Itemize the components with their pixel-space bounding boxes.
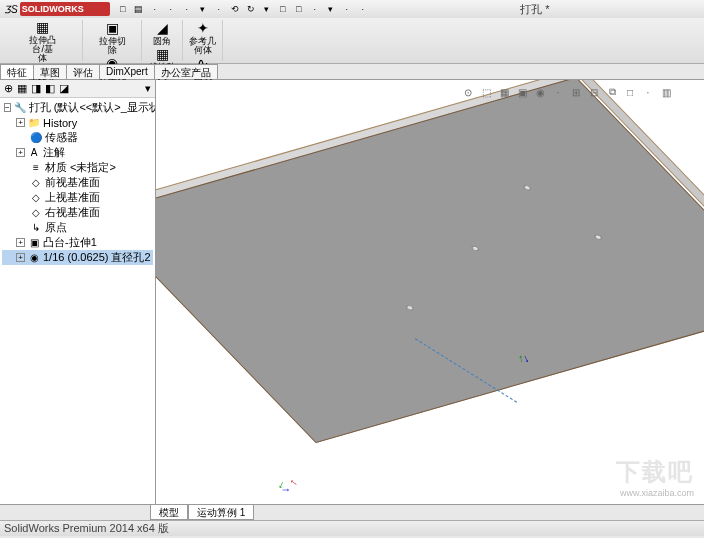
- ribbon-label: 拉伸凸台/基体: [29, 36, 56, 63]
- qat-button[interactable]: ·: [340, 2, 354, 16]
- qat-button[interactable]: ▾: [324, 2, 338, 16]
- qat-button[interactable]: ▾: [196, 2, 210, 16]
- view-tool-button[interactable]: ⧉: [604, 84, 620, 100]
- expand-icon[interactable]: +: [16, 118, 25, 127]
- view-tool-button[interactable]: ⬚: [478, 84, 494, 100]
- part-body[interactable]: [156, 80, 704, 443]
- ribbon-tab[interactable]: 评估: [66, 64, 100, 79]
- panel-icon[interactable]: ▦: [17, 82, 27, 95]
- qat-button[interactable]: □: [276, 2, 290, 16]
- ribbon-tab[interactable]: 办公室产品: [154, 64, 218, 79]
- ribbon-icon: ▣: [106, 20, 119, 36]
- main-area: ⊕▦◨◧◪▾ −🔧打孔 (默认<<默认>_显示状态+📁History🔵传感器+A…: [0, 80, 704, 504]
- qat-button[interactable]: ↻: [244, 2, 258, 16]
- expand-icon[interactable]: +: [16, 148, 25, 157]
- tree-item[interactable]: ↳原点: [2, 220, 153, 235]
- tree-item-icon: 📁: [28, 117, 40, 128]
- view-tool-button[interactable]: ·: [550, 84, 566, 100]
- 3d-canvas[interactable]: ↑ ↑ ↑ ↑ ↑: [156, 80, 704, 504]
- tree-item[interactable]: −🔧打孔 (默认<<默认>_显示状态: [2, 100, 153, 115]
- qat-button[interactable]: ▾: [260, 2, 274, 16]
- view-tool-button[interactable]: ⊟: [586, 84, 602, 100]
- tree-item-icon: 🔵: [30, 132, 42, 143]
- ribbon-label: 参考几何体: [189, 37, 216, 55]
- model-tab[interactable]: 模型: [150, 505, 188, 520]
- qat-button[interactable]: ·: [212, 2, 226, 16]
- part-face[interactable]: [156, 80, 704, 443]
- tree-item[interactable]: +◉1/16 (0.0625) 直径孔2: [2, 250, 153, 265]
- tree-item[interactable]: ≡材质 <未指定>: [2, 160, 153, 175]
- hole-feature[interactable]: [405, 305, 415, 312]
- ribbon-button[interactable]: ✦参考几何体: [187, 20, 219, 55]
- watermark-url: www.xiazaiba.com: [620, 488, 694, 498]
- view-tool-button[interactable]: ▣: [514, 84, 530, 100]
- qat-button[interactable]: ·: [148, 2, 162, 16]
- view-tool-button[interactable]: □: [622, 84, 638, 100]
- qat-button[interactable]: ⟲: [228, 2, 242, 16]
- hole-feature[interactable]: [593, 233, 603, 240]
- tree-item[interactable]: +▣凸台-拉伸1: [2, 235, 153, 250]
- ribbon-tab[interactable]: DimXpert: [99, 64, 155, 79]
- expand-icon[interactable]: −: [4, 103, 11, 112]
- qat-button[interactable]: ·: [164, 2, 178, 16]
- ribbon-tab[interactable]: 草图: [33, 64, 67, 79]
- title-bar: ƷS SOLIDWORKS □▤···▾·⟲↻▾□□·▾·· 打孔 *: [0, 0, 704, 18]
- panel-toolbar: ⊕▦◨◧◪▾: [0, 80, 155, 98]
- tree-item-icon: ↳: [30, 222, 42, 233]
- 3d-viewport[interactable]: ⊙⬚▦▣◉·⊞⊟⧉□·▥ ↑ ↑ ↑ ↑ ↑: [156, 80, 704, 504]
- ribbon-tab[interactable]: 特征: [0, 64, 34, 79]
- tree-item[interactable]: ◇上视基准面: [2, 190, 153, 205]
- expand-icon[interactable]: +: [16, 253, 25, 262]
- ribbon-toolbar: ▦拉伸凸台/基体◐旋转凸台/基体⟆扫描◊放样凸台/基体◧边界凸台/基体▣拉伸切除…: [0, 18, 704, 64]
- watermark: 下载吧: [616, 456, 694, 488]
- panel-dropdown-icon[interactable]: ▾: [145, 82, 151, 95]
- tree-item[interactable]: 🔵传感器: [2, 130, 153, 145]
- tree-item-label: 注解: [43, 145, 65, 160]
- view-tool-button[interactable]: ⊙: [460, 84, 476, 100]
- ribbon-button[interactable]: ▣拉伸切除: [96, 20, 128, 55]
- view-toolbar: ⊙⬚▦▣◉·⊞⊟⧉□·▥: [460, 84, 674, 100]
- view-tool-button[interactable]: ◉: [532, 84, 548, 100]
- view-tool-button[interactable]: ⊞: [568, 84, 584, 100]
- view-tool-button[interactable]: ▥: [658, 84, 674, 100]
- tree-item-icon: ◇: [30, 207, 42, 218]
- tree-item[interactable]: ◇右视基准面: [2, 205, 153, 220]
- tree-item-icon: A: [28, 147, 40, 158]
- ribbon-label: 圆角: [153, 37, 171, 46]
- ribbon-icon: ✦: [197, 20, 209, 36]
- ribbon-label: 拉伸切除: [99, 37, 126, 55]
- ribbon-button[interactable]: ◢圆角: [146, 20, 178, 46]
- view-tool-button[interactable]: ▦: [496, 84, 512, 100]
- panel-icon[interactable]: ◧: [45, 82, 55, 95]
- panel-icon[interactable]: ◨: [31, 82, 41, 95]
- tree-item-label: 右视基准面: [45, 205, 100, 220]
- status-text: SolidWorks Premium 2014 x64 版: [4, 521, 169, 536]
- hole-feature[interactable]: [470, 246, 480, 253]
- tree-item[interactable]: +A注解: [2, 145, 153, 160]
- expand-icon[interactable]: +: [16, 238, 25, 247]
- qat-button[interactable]: ·: [308, 2, 322, 16]
- ribbon-icon: ▦: [36, 19, 49, 35]
- ribbon-tabs: 特征草图评估DimXpert办公室产品: [0, 64, 704, 80]
- qat-button[interactable]: ·: [180, 2, 194, 16]
- tree-item-label: 材质 <未指定>: [45, 160, 116, 175]
- tree-item[interactable]: ◇前视基准面: [2, 175, 153, 190]
- tree-item-label: History: [43, 117, 77, 129]
- axis-x-icon: ↑: [286, 476, 299, 487]
- ribbon-icon: ◢: [157, 20, 168, 36]
- qat-button[interactable]: ·: [356, 2, 370, 16]
- feature-tree: −🔧打孔 (默认<<默认>_显示状态+📁History🔵传感器+A注解≡材质 <…: [0, 98, 155, 504]
- qat-button[interactable]: □: [116, 2, 130, 16]
- tree-item[interactable]: +📁History: [2, 115, 153, 130]
- panel-icon[interactable]: ◪: [59, 82, 69, 95]
- qat-button[interactable]: ▤: [132, 2, 146, 16]
- ribbon-button[interactable]: ▦拉伸凸台/基体: [27, 20, 59, 62]
- qat-button[interactable]: □: [292, 2, 306, 16]
- hole-feature[interactable]: [522, 185, 532, 192]
- panel-icon[interactable]: ⊕: [4, 82, 13, 95]
- tree-item-icon: 🔧: [14, 102, 26, 113]
- view-tool-button[interactable]: ·: [640, 84, 656, 100]
- tree-item-label: 前视基准面: [45, 175, 100, 190]
- model-tab[interactable]: 运动算例 1: [188, 505, 254, 520]
- window-title: 打孔 *: [370, 2, 700, 17]
